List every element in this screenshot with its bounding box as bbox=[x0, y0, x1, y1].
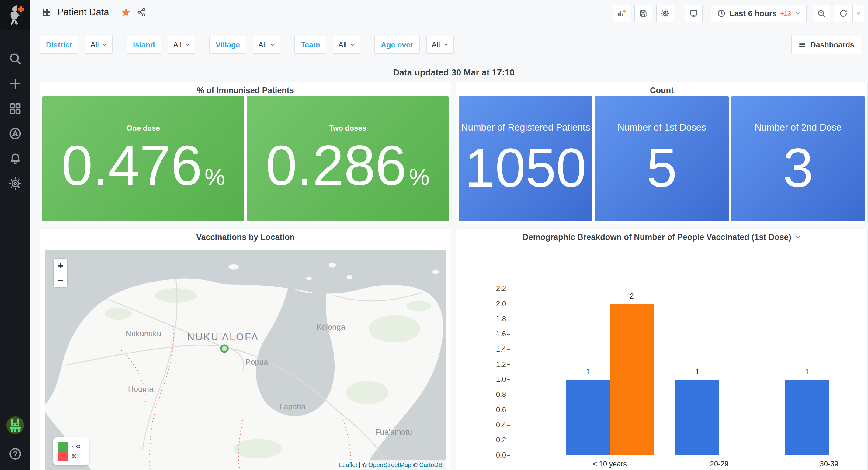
zoom-out-time-button[interactable] bbox=[813, 5, 830, 22]
refresh-interval-dropdown[interactable] bbox=[852, 5, 864, 22]
y-tick-mark bbox=[507, 304, 510, 304]
bar-series1-cat0 bbox=[610, 304, 654, 456]
dashboards-grid-icon[interactable] bbox=[8, 102, 22, 116]
map-zoom-in-button[interactable]: + bbox=[54, 259, 67, 273]
y-tick-mark bbox=[507, 334, 510, 334]
stat-label: Number of Registered Patients bbox=[461, 122, 590, 133]
panel-title[interactable]: Count bbox=[456, 83, 867, 98]
y-tick-mark bbox=[507, 289, 510, 289]
chevron-down-icon bbox=[795, 10, 801, 17]
add-panel-button[interactable] bbox=[613, 5, 630, 22]
stat-label: Number of 1st Doses bbox=[617, 122, 706, 133]
chevron-down-icon bbox=[856, 10, 862, 17]
y-tick-mark bbox=[507, 425, 510, 425]
time-range-label: Last 6 hours bbox=[730, 9, 777, 18]
panel-title[interactable]: Vaccinations by Location bbox=[40, 229, 451, 245]
stat-value: 0.286% bbox=[266, 137, 430, 194]
y-tick-mark bbox=[507, 364, 510, 365]
save-dashboard-button[interactable] bbox=[634, 5, 652, 22]
filter-value: All bbox=[338, 40, 347, 49]
y-tick-label: 1.4 bbox=[465, 345, 506, 353]
y-tick-mark bbox=[507, 394, 510, 395]
map-zoom-out-button[interactable]: − bbox=[54, 273, 67, 287]
map-zoom-control: + − bbox=[53, 259, 68, 288]
stat-label: Number of 2nd Dose bbox=[754, 122, 841, 133]
filter-label: Village bbox=[209, 36, 246, 54]
y-tick-label: 0.4 bbox=[465, 421, 506, 429]
map-label-lapaha: Lapaha bbox=[279, 403, 306, 411]
sidebar bbox=[0, 0, 30, 470]
bar-series0-cat2 bbox=[785, 380, 829, 456]
filter-value-dropdown[interactable]: All bbox=[253, 36, 280, 54]
openstreetmap-link[interactable]: OpenStreetMap bbox=[368, 462, 411, 468]
bar-value-label: 1 bbox=[566, 368, 610, 376]
chevron-down-icon bbox=[270, 42, 275, 48]
explore-compass-icon[interactable] bbox=[8, 127, 22, 141]
chevron-down-icon bbox=[350, 42, 355, 48]
favorite-star-icon[interactable] bbox=[121, 7, 131, 17]
y-tick-label: 1.6 bbox=[465, 330, 506, 338]
y-tick-label: 0.8 bbox=[465, 390, 506, 399]
filter-value-dropdown[interactable]: All bbox=[85, 36, 113, 54]
attribution-separator: | bbox=[359, 462, 361, 468]
filter-value-dropdown[interactable]: All bbox=[168, 36, 195, 54]
cycle-view-button[interactable] bbox=[685, 5, 703, 22]
panel-immunised-patients: % of Immunised Patients One dose 0.476% … bbox=[39, 82, 451, 224]
y-tick-label: 0.2 bbox=[465, 436, 506, 444]
cartodb-link[interactable]: CartoDB bbox=[419, 462, 442, 468]
refresh-button[interactable] bbox=[834, 5, 852, 22]
variable-filters: District All Island All Village All Team… bbox=[39, 36, 454, 54]
filter-value-dropdown[interactable]: All bbox=[426, 36, 454, 54]
hamburger-icon bbox=[798, 41, 806, 49]
create-plus-icon[interactable] bbox=[8, 77, 22, 91]
configuration-gear-icon[interactable] bbox=[8, 177, 22, 190]
bar-value-label: 1 bbox=[785, 368, 829, 376]
map-basemap: Nukunuku NUKU'ALOFA Kolonga Popua Houma … bbox=[45, 250, 445, 470]
y-tick-mark bbox=[507, 379, 510, 380]
y-tick-mark bbox=[507, 455, 510, 456]
map-label-popua: Popua bbox=[245, 358, 268, 366]
filter-label: Team bbox=[294, 36, 326, 54]
stat-first-doses: Number of 1st Doses 5 bbox=[595, 96, 729, 221]
map-canvas[interactable]: Nukunuku NUKU'ALOFA Kolonga Popua Houma … bbox=[45, 250, 445, 470]
dashboard-header: Patient Data Last 6 hours +13 bbox=[30, 0, 868, 27]
stat-registered-patients: Number of Registered Patients 1050 bbox=[459, 96, 592, 221]
dashboards-button[interactable]: Dashboards bbox=[792, 36, 861, 54]
search-icon[interactable] bbox=[8, 52, 22, 66]
refresh-split-button bbox=[834, 5, 864, 22]
chevron-down-icon bbox=[102, 42, 107, 48]
y-tick-label: 1.0 bbox=[465, 375, 506, 384]
filter-label: District bbox=[39, 36, 79, 54]
help-icon[interactable] bbox=[8, 447, 22, 461]
leaflet-link[interactable]: Leaflet bbox=[339, 462, 358, 468]
y-axis-line bbox=[510, 288, 510, 456]
panel-demographic-breakdown: Demographic Breakdown of Number of Peopl… bbox=[456, 229, 868, 470]
panel-count: Count Number of Registered Patients 1050… bbox=[456, 82, 868, 224]
user-avatar[interactable] bbox=[6, 416, 24, 434]
filter-value: All bbox=[258, 40, 267, 49]
chevron-down-icon bbox=[443, 42, 448, 48]
stat-label: One dose bbox=[126, 124, 160, 133]
stat-second-doses: Number of 2nd Dose 3 bbox=[731, 96, 865, 221]
filter-island: Island All bbox=[126, 36, 195, 54]
clock-icon bbox=[717, 9, 726, 18]
app-logo[interactable] bbox=[0, 0, 30, 30]
filter-value-dropdown[interactable]: All bbox=[333, 36, 361, 54]
y-tick-mark bbox=[507, 349, 510, 350]
x-tick-label: 30-39 bbox=[780, 460, 868, 468]
dashboard-settings-button[interactable] bbox=[656, 5, 674, 22]
filter-value: All bbox=[432, 40, 440, 49]
stat-value: 5 bbox=[647, 140, 677, 196]
share-icon[interactable] bbox=[136, 7, 146, 17]
bar-value-label: 2 bbox=[610, 292, 654, 300]
map-marker[interactable] bbox=[221, 345, 228, 352]
x-tick-label: 20-29 bbox=[671, 460, 768, 468]
legend-swatch-green bbox=[58, 442, 67, 451]
filter-team: Team All bbox=[294, 36, 361, 54]
alerting-bell-icon[interactable] bbox=[8, 152, 22, 166]
stat-one-dose: One dose 0.476% bbox=[42, 96, 244, 221]
filter-age-over: Age over All bbox=[374, 36, 454, 54]
panel-title[interactable]: % of Immunised Patients bbox=[40, 83, 451, 98]
legend-label: < 80 bbox=[72, 444, 84, 449]
time-range-picker[interactable]: Last 6 hours +13 bbox=[711, 5, 807, 22]
